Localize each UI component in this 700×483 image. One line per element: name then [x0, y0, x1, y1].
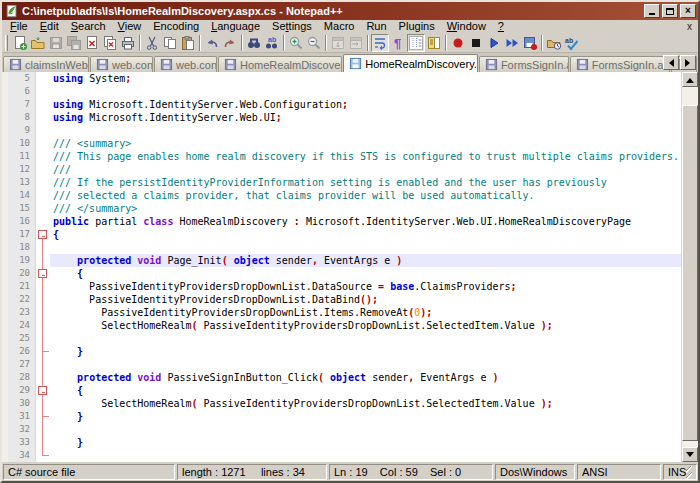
- sync-vertical-button[interactable]: [329, 34, 347, 52]
- code-line-34[interactable]: 34: [2, 449, 681, 462]
- code-line-28[interactable]: 28 protected void PassiveSignInButton_Cl…: [2, 371, 681, 384]
- code-line-19[interactable]: 19 protected void Page_Init( object send…: [2, 254, 681, 267]
- code-text[interactable]: protected void PassiveSignInButton_Click…: [50, 371, 681, 384]
- tab-homerealmdiscovery-aspx-3[interactable]: HomeRealmDiscovery.aspx: [218, 56, 342, 72]
- code-text[interactable]: /// selected a claims provider, that cla…: [50, 189, 681, 202]
- code-text[interactable]: protected void Page_Init( object sender,…: [50, 254, 681, 267]
- menu-item-settings[interactable]: Settings: [266, 20, 318, 33]
- code-text[interactable]: /// <summary>: [50, 137, 681, 150]
- code-text[interactable]: using Microsoft.IdentityServer.Web.Confi…: [50, 98, 681, 111]
- tab-scroll-right-button[interactable]: [680, 55, 696, 70]
- code-line-13[interactable]: 13/// If the persistIdentityProviderInfo…: [2, 176, 681, 189]
- code-text[interactable]: PassiveIdentityProvidersDropDownList.Ite…: [50, 306, 681, 319]
- editor-area[interactable]: 5using System;67using Microsoft.Identity…: [2, 72, 698, 462]
- code-line-23[interactable]: 23 PassiveIdentityProvidersDropDownList.…: [2, 306, 681, 319]
- menu-item-plugins[interactable]: Plugins: [393, 20, 441, 33]
- menu-item-file[interactable]: File: [4, 20, 34, 33]
- code-lines[interactable]: 5using System;67using Microsoft.Identity…: [2, 72, 681, 462]
- tab-scroll-left-button[interactable]: [663, 55, 679, 70]
- open-folder-button[interactable]: [29, 34, 47, 52]
- code-line-9[interactable]: 9: [2, 124, 681, 137]
- code-text[interactable]: [50, 358, 681, 371]
- tab-formssignin-aspx-cs-6[interactable]: FormsSignIn.aspx.cs: [570, 56, 670, 72]
- code-line-27[interactable]: 27: [2, 358, 681, 371]
- code-text[interactable]: public partial class HomeRealmDiscovery …: [50, 215, 681, 228]
- fold-toggle-icon[interactable]: [36, 228, 50, 241]
- maximize-button[interactable]: [662, 4, 678, 18]
- code-text[interactable]: ///: [50, 163, 681, 176]
- indent-guide-button[interactable]: [407, 34, 425, 52]
- code-line-14[interactable]: 14/// selected a claims provider, that c…: [2, 189, 681, 202]
- code-text[interactable]: }: [50, 436, 681, 449]
- menu-item-view[interactable]: View: [112, 20, 148, 33]
- code-text[interactable]: PassiveIdentityProvidersDropDownList.Dat…: [50, 280, 681, 293]
- tab-web-config-2[interactable]: web.config: [154, 56, 217, 72]
- macro-record-button[interactable]: [449, 34, 467, 52]
- vertical-scrollbar[interactable]: [681, 72, 698, 462]
- mime-tools-button[interactable]: [545, 34, 563, 52]
- code-line-30[interactable]: 30 SelectHomeRealm( PassiveIdentityProvi…: [2, 397, 681, 410]
- code-line-21[interactable]: 21 PassiveIdentityProvidersDropDownList.…: [2, 280, 681, 293]
- find-button[interactable]: [245, 34, 263, 52]
- code-text[interactable]: using System;: [50, 72, 681, 85]
- toolbar-grip[interactable]: [5, 35, 8, 51]
- redo-button[interactable]: [221, 34, 239, 52]
- resize-grip[interactable]: [686, 466, 692, 479]
- code-line-20[interactable]: 20 {: [2, 267, 681, 280]
- undo-button[interactable]: [203, 34, 221, 52]
- show-all-chars-button[interactable]: ¶: [389, 34, 407, 52]
- scrollbar-thumb[interactable]: [682, 105, 698, 441]
- doc-map-button[interactable]: [425, 34, 443, 52]
- code-text[interactable]: /// </summary>: [50, 202, 681, 215]
- minimize-button[interactable]: [644, 4, 660, 18]
- macro-save-button[interactable]: [521, 34, 539, 52]
- replace-button[interactable]: ab: [263, 34, 281, 52]
- close-file-button[interactable]: [83, 34, 101, 52]
- scroll-down-button[interactable]: [682, 447, 698, 462]
- code-text[interactable]: [50, 449, 681, 462]
- code-text[interactable]: SelectHomeRealm( PassiveIdentityProvider…: [50, 397, 681, 410]
- code-line-16[interactable]: 16public partial class HomeRealmDiscover…: [2, 215, 681, 228]
- menu-item-macro[interactable]: Macro: [318, 20, 361, 33]
- code-line-31[interactable]: 31 }: [2, 410, 681, 423]
- code-text[interactable]: {: [50, 267, 681, 280]
- code-line-11[interactable]: 11/// This page enables home realm disco…: [2, 150, 681, 163]
- fold-toggle-icon[interactable]: [36, 384, 50, 397]
- menu-item-run[interactable]: Run: [360, 20, 392, 33]
- menu-item-edit[interactable]: Edit: [34, 20, 65, 33]
- spell-check-button[interactable]: ab: [563, 34, 581, 52]
- menu-item-encoding[interactable]: Encoding: [147, 20, 205, 33]
- tab-formssignin-aspx-5[interactable]: FormsSignIn.aspx: [479, 56, 569, 72]
- title-bar[interactable]: C:\inetpub\adfs\ls\HomeRealmDiscovery.as…: [2, 2, 698, 20]
- save-all-button[interactable]: [65, 34, 83, 52]
- scroll-up-button[interactable]: [682, 72, 698, 87]
- paste-button[interactable]: [179, 34, 197, 52]
- tab-web-config-1[interactable]: web.config: [90, 56, 153, 72]
- code-line-10[interactable]: 10/// <summary>: [2, 137, 681, 150]
- sync-horizontal-button[interactable]: [347, 34, 365, 52]
- code-text[interactable]: }: [50, 345, 681, 358]
- code-line-22[interactable]: 22 PassiveIdentityProvidersDropDownList.…: [2, 293, 681, 306]
- code-text[interactable]: {: [50, 228, 681, 241]
- close-all-button[interactable]: [101, 34, 119, 52]
- code-line-15[interactable]: 15/// </summary>: [2, 202, 681, 215]
- code-text[interactable]: [50, 85, 681, 98]
- cut-button[interactable]: [143, 34, 161, 52]
- menu-item-help[interactable]: ?: [492, 20, 510, 33]
- code-text[interactable]: [50, 124, 681, 137]
- code-text[interactable]: [50, 241, 681, 254]
- macro-stop-button[interactable]: [467, 34, 485, 52]
- code-line-8[interactable]: 8using Microsoft.IdentityServer.Web.UI;: [2, 111, 681, 124]
- code-line-25[interactable]: 25: [2, 332, 681, 345]
- close-button[interactable]: ×: [680, 4, 696, 18]
- code-line-18[interactable]: 18: [2, 241, 681, 254]
- zoom-out-button[interactable]: [305, 34, 323, 52]
- code-line-6[interactable]: 6: [2, 85, 681, 98]
- macro-play-button[interactable]: [485, 34, 503, 52]
- code-line-26[interactable]: 26 }: [2, 345, 681, 358]
- code-text[interactable]: [50, 332, 681, 345]
- code-text[interactable]: {: [50, 384, 681, 397]
- print-button[interactable]: [119, 34, 137, 52]
- word-wrap-button[interactable]: [371, 34, 389, 52]
- menu-item-window[interactable]: Window: [441, 20, 492, 33]
